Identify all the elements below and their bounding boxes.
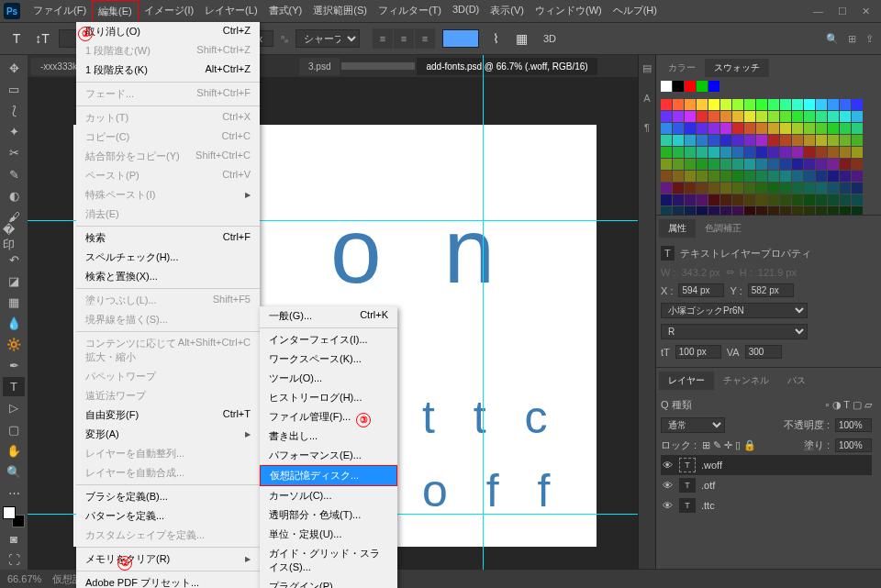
swatch[interactable] xyxy=(828,183,839,194)
swatch[interactable] xyxy=(816,206,827,215)
swatch[interactable] xyxy=(744,99,755,110)
swatch[interactable] xyxy=(804,206,815,215)
swatch[interactable] xyxy=(732,123,743,134)
swatch[interactable] xyxy=(720,171,731,182)
menu-window[interactable]: ウィンドウ(W) xyxy=(530,0,608,23)
swatch[interactable] xyxy=(780,194,791,205)
swatch[interactable] xyxy=(756,147,767,158)
swatch[interactable] xyxy=(768,171,779,182)
swatch[interactable] xyxy=(792,171,803,182)
blur-tool[interactable]: 💧 xyxy=(3,314,25,333)
mi-pref-tools[interactable]: ツール(O)... xyxy=(260,369,397,388)
swatch[interactable] xyxy=(756,159,767,170)
swatch[interactable] xyxy=(673,159,684,170)
mi-pref-guides[interactable]: ガイド・グリッド・スライス(S)... xyxy=(260,544,397,577)
swatch[interactable] xyxy=(720,183,731,194)
swatch[interactable] xyxy=(816,123,827,134)
swatch[interactable] xyxy=(685,206,696,215)
swatch[interactable] xyxy=(768,206,779,215)
visibility-icon[interactable]: 👁 xyxy=(661,460,674,471)
path-select-tool[interactable]: ▷ xyxy=(3,398,25,417)
menu-filter[interactable]: フィルター(T) xyxy=(373,0,447,23)
swatch[interactable] xyxy=(756,183,767,194)
character-icon[interactable]: A xyxy=(643,93,650,104)
swatch[interactable] xyxy=(661,123,672,134)
swatch[interactable] xyxy=(685,194,696,205)
swatch[interactable] xyxy=(673,81,684,92)
opacity-input[interactable] xyxy=(835,418,872,432)
swatch[interactable] xyxy=(744,147,755,158)
swatch[interactable] xyxy=(756,194,767,205)
paragraph-icon[interactable]: ¶ xyxy=(644,122,650,133)
swatch[interactable] xyxy=(804,147,815,158)
font-select[interactable]: 小塚ゴシックPr6N xyxy=(661,303,808,318)
workspace-icon[interactable]: ⊞ xyxy=(848,33,856,45)
swatch[interactable] xyxy=(828,194,839,205)
swatch[interactable] xyxy=(661,206,672,215)
swatch[interactable] xyxy=(708,194,719,205)
align-center-icon[interactable]: ≡ xyxy=(394,28,414,49)
swatch[interactable] xyxy=(685,99,696,110)
mi-undo[interactable]: 取り消し(O)Ctrl+Z xyxy=(76,22,260,41)
swatch[interactable] xyxy=(697,111,708,122)
swatch[interactable] xyxy=(673,183,684,194)
swatch[interactable] xyxy=(744,194,755,205)
swatch[interactable] xyxy=(756,135,767,146)
minimize-icon[interactable]: — xyxy=(813,6,823,17)
swatch[interactable] xyxy=(804,194,815,205)
menu-type[interactable]: 書式(Y) xyxy=(263,0,308,23)
mi-auto-align[interactable]: レイヤーを自動整列... xyxy=(76,444,260,463)
swatch[interactable] xyxy=(852,206,863,215)
quickmask-icon[interactable]: ◙ xyxy=(3,529,25,549)
swatch[interactable] xyxy=(840,171,851,182)
swatch[interactable] xyxy=(697,206,708,215)
close-icon[interactable]: ✕ xyxy=(862,6,870,17)
blend-select[interactable]: 通常 xyxy=(661,417,725,433)
swatch[interactable] xyxy=(744,135,755,146)
swatch[interactable] xyxy=(720,159,731,170)
swatch[interactable] xyxy=(720,147,731,158)
swatch[interactable] xyxy=(852,159,863,170)
swatch[interactable] xyxy=(708,123,719,134)
mi-pref-interface[interactable]: インターフェイス(I)... xyxy=(260,330,397,349)
layer-row[interactable]: 👁T.otf xyxy=(661,475,872,495)
swatch[interactable] xyxy=(828,99,839,110)
swatch[interactable] xyxy=(768,194,779,205)
swatch[interactable] xyxy=(720,111,731,122)
swatch[interactable] xyxy=(673,135,684,146)
swatch[interactable] xyxy=(840,206,851,215)
eraser-tool[interactable]: ◪ xyxy=(3,272,25,291)
swatch[interactable] xyxy=(792,147,803,158)
align-left-icon[interactable]: ≡ xyxy=(373,28,393,49)
swatch[interactable] xyxy=(708,206,719,215)
fg-bg-colors[interactable] xyxy=(3,506,25,527)
dodge-tool[interactable]: 🔆 xyxy=(3,335,25,354)
swatch[interactable] xyxy=(756,123,767,134)
mi-pref-export[interactable]: 書き出し... xyxy=(260,427,397,446)
share-icon[interactable]: ⇪ xyxy=(865,33,874,45)
swatch[interactable] xyxy=(804,135,815,146)
swatch[interactable] xyxy=(673,194,684,205)
swatch[interactable] xyxy=(697,135,708,146)
swatch[interactable] xyxy=(768,123,779,134)
anti-alias-select[interactable]: シャープ xyxy=(296,29,360,48)
swatch[interactable] xyxy=(804,183,815,194)
mi-step-back[interactable]: 1 段階戻る(K)Alt+Ctrl+Z xyxy=(76,61,260,80)
swatch[interactable] xyxy=(792,206,803,215)
swatch[interactable] xyxy=(673,99,684,110)
swatch[interactable] xyxy=(661,194,672,205)
swatch[interactable] xyxy=(685,171,696,182)
swatch[interactable] xyxy=(685,183,696,194)
mi-content-aware[interactable]: コンテンツに応じて拡大・縮小Alt+Shift+Ctrl+C xyxy=(76,334,260,367)
swatch[interactable] xyxy=(804,171,815,182)
menu-3d[interactable]: 3D(D) xyxy=(447,0,485,23)
swatch[interactable] xyxy=(708,171,719,182)
tracking-input[interactable] xyxy=(745,345,782,359)
zoom-level[interactable]: 66.67% xyxy=(7,573,41,584)
swatch[interactable] xyxy=(673,123,684,134)
swatch[interactable] xyxy=(732,159,743,170)
search-icon[interactable]: 🔍 xyxy=(826,33,839,45)
hand-tool[interactable]: ✋ xyxy=(3,441,25,460)
swatch[interactable] xyxy=(828,171,839,182)
mi-purge[interactable]: メモリをクリア(R) xyxy=(76,549,260,569)
